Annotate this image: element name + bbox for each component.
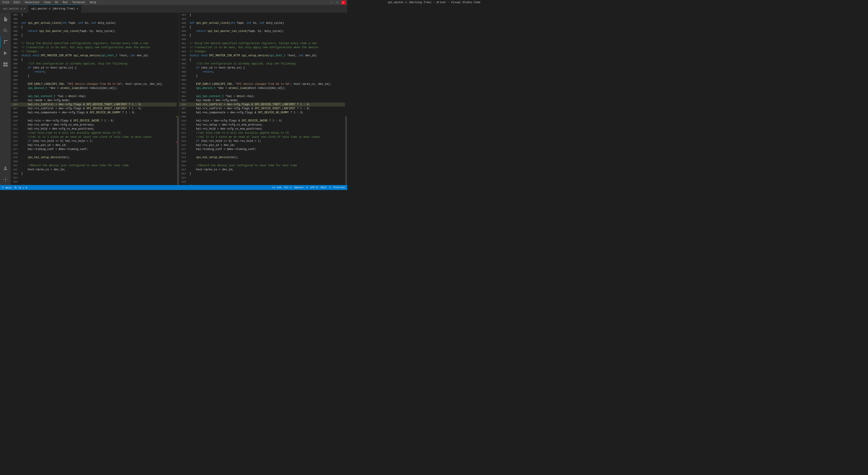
line-code[interactable]: if (dev_id == host->prev_cs) { xyxy=(20,66,179,70)
menu-file[interactable]: File xyxy=(2,0,10,4)
line-code[interactable]: spi_device_t *dev = atomic_load(&host->d… xyxy=(20,86,179,90)
statusbar-language[interactable]: C xyxy=(329,186,331,189)
line-code[interactable]: if (hal->cs_hold == 0) hal->cs_hold = 1; xyxy=(20,139,179,143)
line-code[interactable]: } xyxy=(189,33,347,37)
line-code[interactable] xyxy=(189,151,347,155)
line-code[interactable]: hal->tx_lsbfirst = dev->cfg.flags & SPI_… xyxy=(189,102,347,107)
line-code[interactable] xyxy=(20,159,179,164)
line-code[interactable]: if (hal->cs_hold == 0) hal->cs_hold = 1; xyxy=(189,139,347,143)
line-code[interactable]: if (dev_id == host->prev_cs) { xyxy=(189,66,347,70)
activity-search[interactable] xyxy=(0,25,11,36)
line-code[interactable]: hal->mode = dev->cfg.mode; xyxy=(189,98,347,102)
statusbar-position[interactable]: Ln 144, Col 1 xyxy=(272,186,291,189)
line-code[interactable]: static void SPI_MASTER_ISR_ATTR spi_setu… xyxy=(20,54,179,58)
line-code[interactable]: spi_hal_setup_device(hal); xyxy=(20,155,179,159)
menu-selection[interactable]: Selection xyxy=(24,0,40,4)
line-code[interactable]: } xyxy=(20,13,179,17)
line-code[interactable]: //set hold_time to 0 will not actually a… xyxy=(189,131,347,135)
line-code[interactable] xyxy=(20,17,179,21)
line-code[interactable]: hal->cs_pin_id = dev_id; xyxy=(20,143,179,147)
line-code[interactable]: //set it to 1 since we do need at least … xyxy=(20,135,179,139)
line-code[interactable] xyxy=(189,180,347,184)
line-code[interactable]: hal->mode = dev->cfg.mode; xyxy=(20,98,179,102)
line-code[interactable]: hal->no_compensate = dev->cfg.flags & SP… xyxy=(20,111,179,115)
tab-spi-master[interactable]: spi_master.c × xyxy=(0,5,29,13)
statusbar-eol[interactable]: CRLF xyxy=(320,186,327,189)
menu-edit[interactable]: Edit xyxy=(13,0,21,4)
line-code[interactable]: //Record the device just configured to s… xyxy=(189,164,347,168)
line-code[interactable]: hal->cs_hold = dev->cfg.cs_ena_posttrans… xyxy=(189,127,347,131)
activity-extensions[interactable] xyxy=(0,59,11,70)
line-code[interactable]: return spi_hal_master_cal_clock(fapb, hz… xyxy=(20,29,179,33)
line-code[interactable] xyxy=(20,176,179,180)
menu-go[interactable]: Go xyxy=(54,0,59,4)
left-scrollbar-thumb[interactable] xyxy=(177,116,179,185)
line-code[interactable]: hal->rx_lsbfirst = dev->cfg.flags & SPI_… xyxy=(20,107,179,111)
statusbar-spaces[interactable]: Spaces: 4 xyxy=(294,186,308,189)
tab-close-2[interactable]: × xyxy=(76,7,78,11)
line-code[interactable] xyxy=(189,115,347,119)
line-code[interactable]: spi_hal_setup_device(hal); xyxy=(189,155,347,159)
maximize-button[interactable]: □ xyxy=(335,1,340,4)
line-code[interactable]: ESP_EARLY_LOGD(SPI_TAG, "SPI device chan… xyxy=(20,82,179,86)
line-code[interactable]: hal->timing_conf = &dev->timing_conf; xyxy=(20,147,179,151)
activity-settings[interactable] xyxy=(0,174,11,185)
line-code[interactable]: hal->timing_conf = &dev->timing_conf; xyxy=(189,147,347,151)
line-code[interactable]: //set hold_time to 0 will not actually a… xyxy=(20,131,179,135)
line-code[interactable]: hal->sio = dev->cfg.flags & SPI_DEVICE_3… xyxy=(189,119,347,123)
line-code[interactable] xyxy=(189,37,347,41)
line-code[interactable]: // changes. xyxy=(20,50,179,54)
line-code[interactable]: spi_hal_context_t *hal = &host->hal; xyxy=(189,94,347,98)
line-code[interactable]: hal->cs_setup = dev->cfg.cs_ena_pretrans… xyxy=(20,123,179,127)
line-code[interactable]: hal->sio = dev->cfg.flags & SPI_DEVICE_3… xyxy=(20,119,179,123)
line-code[interactable] xyxy=(20,115,179,119)
line-code[interactable]: { xyxy=(189,58,347,62)
right-scrollbar-thumb[interactable] xyxy=(345,116,347,185)
menu-terminal[interactable]: Terminal xyxy=(71,0,86,4)
statusbar-encoding[interactable]: UTF-8 xyxy=(310,186,318,189)
line-code[interactable]: spi_hal_context_t *hal = &host->hal; xyxy=(20,94,179,98)
line-code[interactable] xyxy=(20,37,179,41)
line-code[interactable]: return; xyxy=(20,70,179,74)
line-code[interactable]: //set it to 1 since we do need at least … xyxy=(189,135,347,139)
tab-close-1[interactable]: × xyxy=(24,7,25,11)
close-button[interactable]: ✕ xyxy=(341,1,345,4)
line-code[interactable]: hal->cs_pin_id = dev_id; xyxy=(189,143,347,147)
menu-run[interactable]: Run xyxy=(62,0,69,4)
line-code[interactable]: hal->tx_lsbfirst = dev->cfg.flags & SPI_… xyxy=(20,102,179,107)
line-code[interactable]: //Record the device just configured to s… xyxy=(20,164,179,168)
line-code[interactable]: } xyxy=(189,172,347,176)
line-code[interactable] xyxy=(20,151,179,155)
line-code[interactable]: // transaction is to be sent, but only a… xyxy=(20,46,179,50)
line-code[interactable]: } xyxy=(20,172,179,176)
line-code[interactable]: // transaction is to be sent, but only a… xyxy=(189,46,347,50)
line-code[interactable] xyxy=(20,90,179,94)
line-code[interactable]: return; xyxy=(189,70,347,74)
line-code[interactable] xyxy=(20,180,179,184)
line-code[interactable]: static void SPI_MASTER_ISR_ATTR spi_setu… xyxy=(189,54,347,58)
line-code[interactable]: // Setup the device-specified configurat… xyxy=(20,41,179,46)
line-code[interactable] xyxy=(189,17,347,21)
line-code[interactable]: /*--------------------------------------… xyxy=(20,184,179,185)
activity-run-debug[interactable] xyxy=(0,48,11,59)
line-code[interactable]: /*--------------------------------------… xyxy=(189,184,347,185)
line-code[interactable]: host->prev_cs = dev_id; xyxy=(20,168,179,172)
line-code[interactable] xyxy=(20,78,179,82)
line-code[interactable]: host->prev_cs = dev_id; xyxy=(189,168,347,172)
line-code[interactable] xyxy=(189,159,347,164)
line-code[interactable]: } xyxy=(20,74,179,78)
line-code[interactable]: } xyxy=(189,74,347,78)
statusbar-formatter[interactable]: Prettier xyxy=(333,186,345,189)
line-code[interactable]: //if the configuration is already applie… xyxy=(189,62,347,66)
minimize-button[interactable]: — xyxy=(329,1,333,4)
line-code[interactable]: { xyxy=(20,58,179,62)
line-code[interactable]: { xyxy=(20,25,179,29)
activity-source-control[interactable] xyxy=(0,36,11,47)
line-code[interactable]: ESP_EARLY_LOGD(SPI_TAG, "SPI device chan… xyxy=(189,82,347,86)
line-code[interactable]: //if the configuration is already applie… xyxy=(20,62,179,66)
line-code[interactable]: { xyxy=(189,25,347,29)
statusbar-branch[interactable]: ⎔ main xyxy=(2,186,11,189)
line-code[interactable]: hal->cs_setup = dev->cfg.cs_ena_pretrans… xyxy=(189,123,347,127)
line-code[interactable]: hal->no_compensate = dev->cfg.flags & SP… xyxy=(189,111,347,115)
line-code[interactable] xyxy=(189,90,347,94)
